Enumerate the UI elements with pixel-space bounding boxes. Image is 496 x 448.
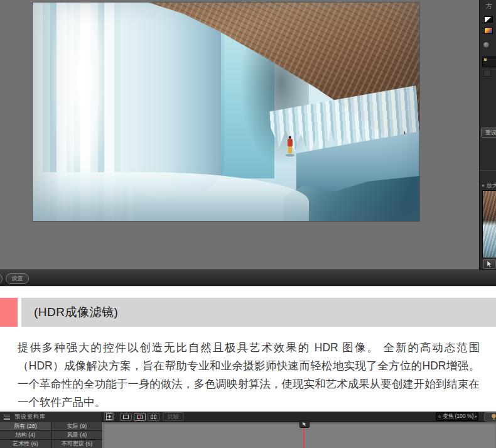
page: 方 重设 ▼放大 设置 (HDR成像滤镜) 提供多种强大的控件以 — [0, 0, 496, 448]
preview-toolbar: 预设资料库 比较 变焦 (100 %) ▸ — [0, 412, 496, 422]
color-gradient-icon[interactable] — [484, 28, 493, 34]
category-surreal-button[interactable]: 不可思议 (5) — [51, 440, 102, 448]
clipped-left-button[interactable] — [0, 273, 3, 284]
category-architecture-button[interactable]: 结构 (4) — [0, 431, 51, 439]
panel-toggle-button[interactable] — [104, 412, 114, 421]
category-landscape-button[interactable]: 风景 (4) — [51, 431, 102, 439]
compare-button[interactable]: 比较 — [163, 412, 184, 421]
editor-bottom-bar: 设置 — [0, 270, 496, 286]
preset-library-header[interactable]: 预设资料库 — [0, 412, 102, 422]
preview-swatch[interactable] — [482, 57, 496, 67]
right-pane-icon — [154, 415, 156, 419]
heading-accent-block — [0, 298, 18, 327]
heading-banner: (HDR成像滤镜) — [21, 298, 496, 327]
category-all-button[interactable]: 所有 (28) — [0, 422, 51, 430]
split-handle-cursor-icon — [302, 422, 308, 427]
split-line-handle[interactable] — [299, 420, 310, 428]
split-preview-line[interactable] — [303, 428, 305, 448]
settings-button[interactable]: 设置 — [6, 273, 29, 284]
hamburger-icon — [4, 415, 10, 420]
zoom-dropdown-button[interactable]: ▸ — [473, 413, 478, 420]
zoom-level-label: 变焦 (100 %) — [443, 413, 473, 420]
panel-divider — [480, 170, 496, 171]
preset-category-grid: 所有 (28) 实际 (9) 结构 (4) 风景 (4) 艺术性 (6) 不可思… — [0, 422, 102, 448]
adjustments-panel: 方 重设 ▼放大 — [479, 0, 496, 270]
lightbulb-icon — [491, 413, 496, 420]
split-view-button[interactable] — [134, 413, 146, 421]
photo-vignette — [33, 3, 419, 221]
loupe-thumbnail[interactable] — [482, 190, 496, 258]
loupe-section-header[interactable]: ▼放大 — [481, 182, 496, 190]
hdr-preview-window: 预设资料库 比较 变焦 (100 %) ▸ — [0, 412, 496, 448]
contrast-icon[interactable] — [484, 16, 493, 23]
collapse-triangle-icon: ▼ — [481, 183, 485, 188]
cursor-arrow-icon — [487, 261, 493, 268]
left-pane-icon — [151, 415, 153, 419]
single-view-icon — [123, 415, 129, 419]
magnifier-icon — [438, 414, 441, 420]
preset-library-title: 预设资料库 — [14, 413, 46, 421]
lightbulb-tool-button[interactable] — [484, 412, 496, 422]
page-title: (HDR成像滤镜) — [21, 304, 118, 320]
side-by-side-view-button[interactable] — [148, 413, 159, 421]
small-swatch[interactable] — [483, 70, 491, 77]
category-artistic-button[interactable]: 艺术性 (6) — [0, 440, 51, 448]
method-label: 方 — [486, 2, 492, 11]
hdr-editor-window: 方 重设 ▼放大 设置 — [0, 0, 496, 286]
loupe-label: 放大 — [487, 182, 496, 188]
dial-knob[interactable] — [483, 41, 490, 48]
zoom-control[interactable]: 变焦 (100 %) ▸ — [436, 412, 478, 421]
single-view-button[interactable] — [120, 413, 132, 421]
panel-toggle-icon — [106, 413, 112, 420]
description-paragraph: 提供多种强大的控件以创造无比自然且极具艺术效果的 HDR 图像。 全新的高动态范… — [18, 339, 480, 412]
category-realistic-button[interactable]: 实际 (9) — [51, 422, 102, 430]
reset-button[interactable]: 重设 — [481, 128, 496, 138]
article-section: (HDR成像滤镜) 提供多种强大的控件以创造无比自然且极具艺术效果的 HDR 图… — [0, 286, 496, 412]
cursor-tool-button[interactable] — [483, 259, 496, 269]
photo-preview — [33, 3, 419, 221]
split-view-icon — [137, 415, 143, 419]
